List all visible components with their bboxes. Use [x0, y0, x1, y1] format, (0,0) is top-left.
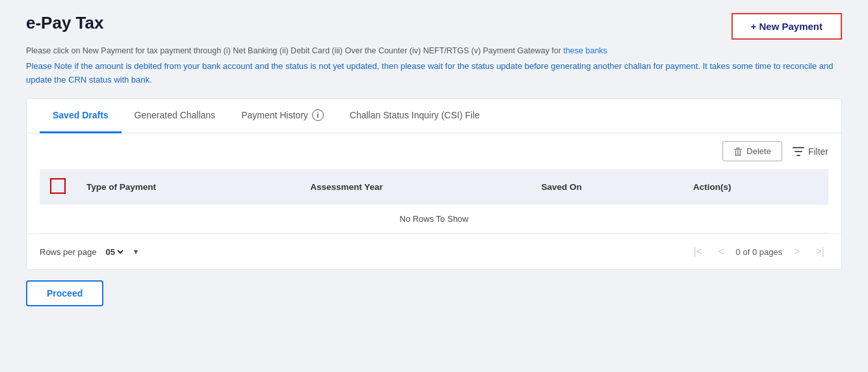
info-text: Please click on New Payment for tax paym… [26, 45, 842, 57]
prev-page-button[interactable]: < [714, 243, 728, 260]
page-title: e-Pay Tax [26, 13, 103, 33]
rows-per-page-select[interactable]: 05 10 25 50 [103, 246, 125, 258]
pagination-controls: |< < 0 of 0 pages > >| [690, 243, 828, 260]
page-info: 0 of 0 pages [736, 247, 783, 257]
trash-icon [733, 147, 743, 156]
no-rows-row: No Rows To Show [40, 205, 828, 233]
bottom-button-row: Proceed [26, 280, 842, 306]
select-all-checkbox[interactable] [50, 178, 66, 194]
pagination-row: Rows per page 05 10 25 50 ▼ |< < 0 of 0 … [27, 233, 841, 269]
main-card: Saved Drafts Generated Challans Payment … [26, 98, 842, 270]
tab-payment-history[interactable]: Payment History i [228, 99, 337, 133]
svg-rect-3 [740, 150, 741, 155]
new-payment-button[interactable]: + New Payment [731, 13, 842, 40]
last-page-button[interactable]: >| [812, 243, 829, 260]
svg-rect-5 [735, 155, 741, 155]
these-banks-link[interactable]: these banks [563, 46, 607, 55]
next-page-button[interactable]: > [790, 243, 804, 260]
col-saved-on: Saved On [531, 169, 683, 205]
no-rows-message: No Rows To Show [40, 205, 828, 233]
first-page-button[interactable]: |< [690, 243, 707, 260]
filter-icon [793, 147, 804, 156]
col-checkbox [40, 169, 76, 205]
tab-generated-challans[interactable]: Generated Challans [122, 99, 229, 133]
svg-rect-6 [793, 147, 804, 148]
svg-rect-7 [795, 151, 802, 152]
filter-button[interactable]: Filter [793, 146, 828, 157]
svg-rect-8 [796, 155, 800, 156]
table-container: Type of Payment Assessment Year Saved On… [27, 169, 841, 233]
col-actions: Action(s) [683, 169, 828, 205]
dropdown-arrow-icon: ▼ [132, 248, 139, 256]
svg-rect-4 [736, 148, 740, 148]
tab-saved-drafts[interactable]: Saved Drafts [40, 99, 122, 133]
svg-rect-2 [738, 150, 739, 155]
rows-per-page-label: Rows per page [40, 247, 96, 257]
tab-challan-status[interactable]: Challan Status Inquiry (CSI) File [337, 99, 493, 133]
tabs-container: Saved Drafts Generated Challans Payment … [27, 99, 841, 133]
warning-text: Please Note if the amount is debited fro… [26, 60, 842, 87]
delete-button[interactable]: Delete [722, 141, 782, 161]
data-table: Type of Payment Assessment Year Saved On… [40, 169, 828, 233]
payment-history-info-icon[interactable]: i [312, 109, 324, 121]
col-type-of-payment: Type of Payment [76, 169, 300, 205]
col-assessment-year: Assessment Year [300, 169, 531, 205]
svg-rect-1 [735, 150, 736, 155]
proceed-button[interactable]: Proceed [26, 280, 103, 306]
toolbar: Delete Filter [27, 133, 841, 169]
svg-rect-0 [734, 149, 742, 150]
rows-per-page-control: Rows per page 05 10 25 50 ▼ [40, 246, 139, 258]
